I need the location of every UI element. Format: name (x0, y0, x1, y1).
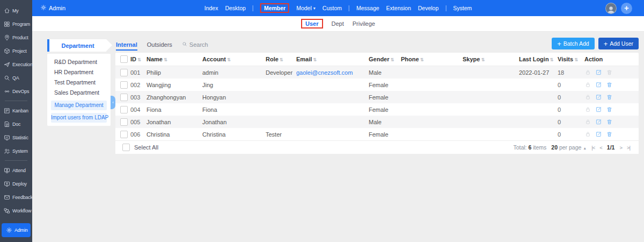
row-checkbox[interactable] (120, 118, 128, 126)
sidebar-item-doc[interactable]: Doc (0, 117, 32, 131)
lock-icon[interactable] (584, 118, 591, 125)
tab-internal[interactable]: Internal (116, 41, 137, 48)
row-checkbox[interactable] (120, 81, 128, 89)
sidebar-item-attend[interactable]: Attend (0, 163, 32, 177)
sidebar-item-admin[interactable]: Admin (2, 223, 31, 237)
delete-icon[interactable] (606, 94, 613, 101)
col-name[interactable]: Name⇅ (144, 53, 200, 66)
delete-icon[interactable] (606, 106, 613, 113)
col-last-login[interactable]: Last Login⇅ (517, 53, 555, 66)
sidebar-item-qa[interactable]: QA (0, 71, 32, 84)
top-menu: Index Desktop Member Model▾ Custom Messa… (204, 3, 472, 13)
sidebar-item-statistic[interactable]: Statistic (0, 131, 32, 144)
row-checkbox[interactable] (120, 131, 128, 138)
next-page-button[interactable]: > (619, 145, 622, 151)
delete-icon[interactable] (606, 69, 613, 76)
first-page-button[interactable]: |< (591, 145, 595, 151)
manage-department-button[interactable]: Manage Department (51, 101, 107, 110)
col-visits[interactable]: Visits⇅ (555, 53, 582, 66)
sidebar-item-execution[interactable]: Execution (0, 58, 32, 71)
lock-icon[interactable] (584, 106, 591, 113)
lock-icon[interactable] (584, 69, 591, 76)
sidebar-item-label: Attend (12, 168, 26, 173)
sidebar-item-deploy[interactable]: Deploy (0, 177, 32, 190)
last-page-button[interactable]: >| (627, 145, 630, 151)
pagination: Total: 6 items 20 per page ▲ |< < 1/1 > … (513, 144, 636, 151)
sidebar-item-label: My (12, 8, 19, 13)
dept-item-sales[interactable]: Sales Department (47, 88, 111, 98)
menu-item-custom[interactable]: Custom (323, 5, 342, 11)
table-header-row: ID⇅ Name⇅ Account⇅ Role⇅ Email⇅ Gender⇅ … (115, 53, 639, 66)
edit-icon[interactable] (595, 118, 602, 125)
col-gender[interactable]: Gender⇅ (367, 53, 399, 66)
col-skype[interactable]: Skype⇅ (460, 53, 517, 66)
row-checkbox[interactable] (120, 69, 128, 76)
edit-icon[interactable] (595, 81, 602, 88)
edit-icon[interactable] (595, 94, 602, 101)
col-phone[interactable]: Phone⇅ (399, 53, 460, 66)
lock-icon[interactable] (584, 131, 591, 138)
row-checkbox[interactable] (120, 106, 128, 113)
menu-item-index[interactable]: Index (204, 5, 218, 11)
tab-outsiders[interactable]: Outsiders (147, 41, 172, 48)
avatar[interactable] (605, 3, 617, 14)
select-all-checkbox[interactable] (122, 144, 130, 151)
sidebar-item-workflow[interactable]: Workflow (0, 204, 32, 217)
add-user-button[interactable]: + Add User (598, 38, 639, 49)
sort-icon: ⇅ (137, 57, 141, 62)
monitor-ops-icon (4, 181, 10, 187)
col-account[interactable]: Account⇅ (200, 53, 264, 66)
dept-item-rd[interactable]: R&D Department (47, 57, 111, 67)
panel-collapse-handle[interactable]: ‹ (111, 96, 115, 109)
sidebar-item-project[interactable]: Project (0, 44, 32, 58)
tab-privilege[interactable]: Privilege (353, 20, 375, 27)
select-all-checkbox[interactable] (120, 55, 128, 63)
search-icon (182, 41, 187, 48)
table-row: 003 Zhanghongyan Hongyan Female 0 (115, 91, 639, 103)
department-panel-header[interactable]: Department (47, 39, 106, 52)
add-icon[interactable]: + (621, 3, 632, 14)
sidebar-item-product[interactable]: Product (0, 31, 32, 44)
edit-icon[interactable] (595, 69, 602, 76)
sidebar-item-devops[interactable]: DevOps (0, 84, 32, 98)
lock-icon[interactable] (584, 81, 591, 88)
sidebar-item-label: Doc (12, 122, 20, 127)
dept-item-test[interactable]: Test Department (47, 77, 111, 88)
edit-icon[interactable] (595, 106, 602, 113)
col-email[interactable]: Email⇅ (294, 53, 367, 66)
prev-page-button[interactable]: < (599, 145, 602, 151)
menu-item-model[interactable]: Model▾ (296, 5, 316, 11)
sidebar-item-label: Workflow (12, 208, 31, 213)
tab-search[interactable]: Search (182, 41, 208, 48)
email-link[interactable]: gaolei@cnezsoft.com (296, 69, 353, 76)
sort-icon: ⇅ (550, 57, 554, 62)
delete-icon[interactable] (606, 131, 613, 138)
batch-add-button[interactable]: + Batch Add (552, 38, 594, 49)
menu-item-message[interactable]: Message (356, 5, 379, 11)
menu-item-desktop[interactable]: Desktop (225, 5, 246, 11)
lock-icon[interactable] (584, 94, 591, 101)
delete-icon[interactable] (606, 81, 613, 88)
col-role[interactable]: Role⇅ (264, 53, 294, 66)
menu-item-develop[interactable]: Develop (418, 5, 439, 11)
menu-item-system[interactable]: System (453, 5, 472, 11)
sidebar: My Program Product Project Execution QA … (0, 0, 32, 242)
sidebar-item-program[interactable]: Program (0, 17, 32, 31)
edit-icon[interactable] (595, 131, 602, 138)
dept-item-hr[interactable]: HR Department (47, 67, 111, 77)
delete-icon[interactable] (606, 118, 613, 125)
sidebar-item-label: Statistic (12, 135, 28, 140)
sidebar-item-feedback[interactable]: Feedback (0, 190, 32, 204)
tab-dept[interactable]: Dept (332, 20, 344, 27)
tab-user[interactable]: User (301, 19, 323, 29)
sidebar-item-kanban[interactable]: Kanban (0, 104, 32, 117)
sidebar-item-my[interactable]: My (0, 4, 32, 17)
menu-item-member[interactable]: Member (260, 3, 289, 13)
table-footer-row: Select All Total: 6 items 20 per page ▲ … (115, 141, 639, 154)
per-page-select[interactable]: 20 per page ▲ (551, 144, 587, 151)
menu-item-extension[interactable]: Extension (386, 5, 411, 11)
row-checkbox[interactable] (120, 94, 128, 101)
sidebar-item-system[interactable]: System (0, 144, 32, 158)
import-ldap-button[interactable]: Import users from LDAP (51, 113, 107, 123)
col-id[interactable]: ID⇅ (128, 53, 144, 66)
